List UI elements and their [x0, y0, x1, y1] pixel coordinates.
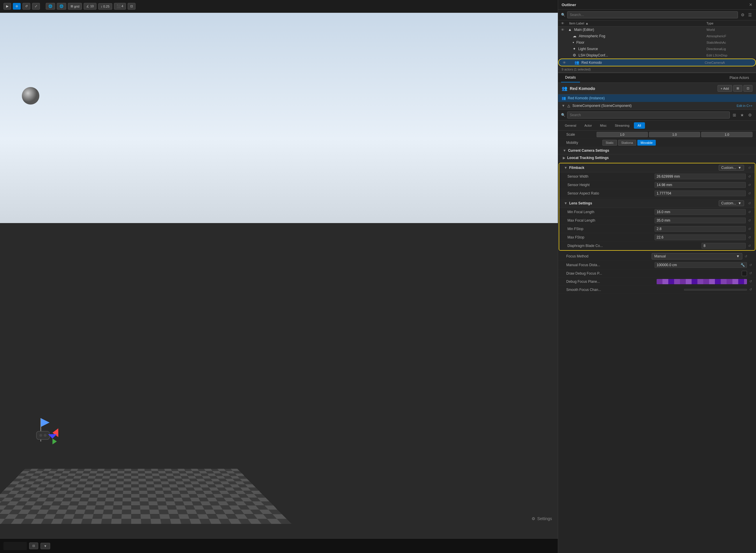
max-fstop-value[interactable]: 22.6	[655, 234, 746, 240]
table-row[interactable]: ⚙ LSH DisplayConf... Edit LSUnDisp	[558, 52, 756, 59]
visibility-toggle[interactable]: 👁	[563, 61, 570, 64]
scale-snap-btn[interactable]: ↕ 0.25	[98, 3, 112, 10]
table-row[interactable]: ☁ Atmospheric Fog AtmosphericF	[558, 33, 756, 39]
filter-tab-streaming[interactable]: Streaming	[611, 122, 633, 129]
scene-component-icon: △	[567, 104, 570, 108]
sensor-width-reset-btn[interactable]: ↺	[748, 174, 751, 179]
row-type: AtmosphericF	[706, 34, 753, 38]
table-row[interactable]: ▪ Floor StaticMeshAc	[558, 39, 756, 46]
local-space-btn[interactable]: 🌐	[57, 3, 66, 10]
grid-snap-btn[interactable]: ⊞ grid	[68, 3, 82, 10]
min-fstop-reset-btn[interactable]: ↺	[748, 227, 751, 232]
max-fstop-reset-btn[interactable]: ↺	[748, 235, 751, 240]
lens-preset-dropdown[interactable]: Custom... ▼	[719, 201, 744, 206]
rotate-tool-btn[interactable]: ↺	[22, 3, 30, 10]
scene-component-row[interactable]: ▼ △ SceneComponent (SceneComponent) Edit…	[558, 102, 756, 110]
star-icon[interactable]: ★	[739, 112, 745, 118]
settings-label: Settings	[537, 516, 552, 521]
scale-y-input[interactable]	[649, 132, 700, 137]
focus-method-reset-btn[interactable]: ↺	[744, 254, 748, 259]
lookat-tracking-settings-header[interactable]: ▶ Loocat Tracking Settings	[558, 154, 756, 162]
mobility-static-btn[interactable]: Static	[602, 140, 617, 146]
filter-icon[interactable]: ☰	[747, 12, 753, 18]
current-camera-settings-header[interactable]: ▼ Current Camera Settings	[558, 147, 756, 154]
min-focal-value[interactable]: 16.0 mm	[655, 209, 746, 215]
draw-debug-reset-btn[interactable]: ↺	[749, 271, 753, 276]
lens-settings-header[interactable]: ▼ Lens Settings Custom... ▼ ↺	[559, 199, 755, 208]
details-panel: Details Place Actors 👥 Red Komodo + Add …	[558, 73, 756, 553]
filter-tab-all[interactable]: All	[634, 122, 645, 129]
collapse-icon: ▼	[563, 149, 566, 153]
sensor-height-reset-btn[interactable]: ↺	[748, 182, 751, 187]
instance-row[interactable]: 👥 Red Komodo (Instance)	[558, 94, 756, 102]
sensor-height-value[interactable]: 14.98 mm	[655, 182, 746, 188]
content-browser-btn[interactable]: ⊟	[29, 543, 38, 549]
details-actor-header: 👥 Red Komodo + Add ⊞ ⊡	[558, 83, 756, 94]
debug-color-box[interactable]	[742, 271, 747, 276]
add-component-btn[interactable]: + Add	[717, 85, 732, 92]
table-row[interactable]: 👁 👥 Red Komodo CineCameraA	[558, 59, 756, 66]
min-fstop-label: Min FStop	[567, 227, 655, 231]
manual-focus-value[interactable]: 100000.0 cm 🔧	[655, 262, 747, 268]
filter-tab-misc[interactable]: Misc	[596, 122, 611, 129]
translate-tool-btn[interactable]: ⊕	[13, 3, 21, 10]
edit-cpp-btn[interactable]: Edit in C++	[737, 104, 753, 107]
min-fstop-row: Min FStop 2.8 ↺	[559, 225, 755, 233]
world-space-btn[interactable]: 🌐	[46, 3, 55, 10]
tab-place-actors[interactable]: Place Actors	[726, 73, 753, 82]
details-search-input[interactable]	[567, 111, 730, 118]
settings-icon[interactable]: ⚙	[740, 12, 746, 18]
actor-icon: 👥	[562, 86, 567, 91]
sensor-width-value[interactable]: 26.629999 mm	[655, 173, 746, 179]
filter-btn[interactable]: ▼	[41, 543, 50, 549]
diaphragm-value[interactable]: 8	[701, 243, 746, 249]
maximize-viewport-btn[interactable]: ⊡	[128, 3, 136, 10]
eyedropper-icon[interactable]: 🔧	[741, 263, 745, 267]
main-viewport[interactable]: ⚙ Settings	[0, 13, 558, 539]
sort-icon[interactable]: ▲	[585, 21, 589, 25]
viewport-status-bar: ⊟ ▼	[0, 539, 558, 553]
focus-method-dropdown[interactable]: Manual ▼	[652, 253, 742, 259]
manual-focus-reset-btn[interactable]: ↺	[749, 263, 753, 267]
min-fstop-value[interactable]: 2.8	[655, 226, 746, 232]
mobility-stationary-btn[interactable]: Stationa	[618, 140, 636, 146]
scale-z-input[interactable]	[701, 132, 753, 137]
main-toolbar: ▶ ⊕ ↺ ⤢ 🌐 🌐 ⊞ grid ∠ 10 ↕ 0.25 ⬛ 4 ⊡	[0, 0, 558, 13]
diaphragm-reset-btn[interactable]: ↺	[748, 243, 751, 248]
table-icon[interactable]: ⊞	[732, 112, 737, 118]
debug-focus-plane-strip[interactable]	[657, 279, 747, 284]
scale-tool-btn[interactable]: ⤢	[32, 3, 40, 10]
select-tool-btn[interactable]: ▶	[3, 3, 11, 10]
sensor-aspect-reset-btn[interactable]: ↺	[748, 191, 751, 196]
max-focal-value[interactable]: 35.0 mm	[655, 218, 746, 223]
tab-details[interactable]: Details	[561, 73, 580, 82]
min-focal-reset-btn[interactable]: ↺	[748, 210, 751, 215]
camera-speed-btn[interactable]: ⬛ 4	[114, 3, 126, 10]
smooth-focus-value[interactable]	[684, 289, 747, 291]
visibility-toggle[interactable]: 👁	[561, 28, 568, 31]
filter-tab-general[interactable]: General	[561, 122, 580, 129]
table-row[interactable]: ✦ Light Source DirectionalLig	[558, 46, 756, 52]
filmback-reset-btn[interactable]: ↺	[748, 165, 751, 170]
lens-reset-btn[interactable]: ↺	[748, 201, 751, 206]
gear-icon: ⚙	[532, 516, 535, 521]
filter-tab-actor[interactable]: Actor	[580, 122, 596, 129]
scale-x-input[interactable]	[597, 132, 648, 137]
smooth-focus-reset-btn[interactable]: ↺	[749, 287, 753, 292]
debug-focus-plane-reset-btn[interactable]: ↺	[749, 279, 753, 284]
outliner-search-input[interactable]	[567, 11, 738, 18]
max-focal-reset-btn[interactable]: ↺	[748, 218, 751, 223]
blueprint-btn[interactable]: ⊞	[733, 85, 742, 92]
find-btn[interactable]: ⊡	[744, 85, 753, 92]
gear-icon[interactable]: ⚙	[747, 112, 753, 118]
mobility-movable-btn[interactable]: Movable	[637, 140, 656, 146]
table-row[interactable]: 👁 ▲ Main (Editor) World	[558, 26, 756, 33]
filmback-preset-dropdown[interactable]: Custom... ▼	[719, 165, 744, 171]
smooth-focus-label: Smooth Focus Chan...	[566, 288, 684, 292]
outliner-item-lsun: LSH DisplayConf...	[578, 53, 608, 57]
angle-snap-btn[interactable]: ∠ 10	[84, 3, 96, 10]
viewport-settings[interactable]: ⚙ Settings	[532, 516, 552, 521]
max-focal-row: Max Focal Length 35.0 mm ↺	[559, 216, 755, 225]
filmback-header[interactable]: ▼ Filmback Custom... ▼ ↺	[559, 163, 755, 172]
outliner-close-btn[interactable]: ✕	[749, 2, 753, 7]
